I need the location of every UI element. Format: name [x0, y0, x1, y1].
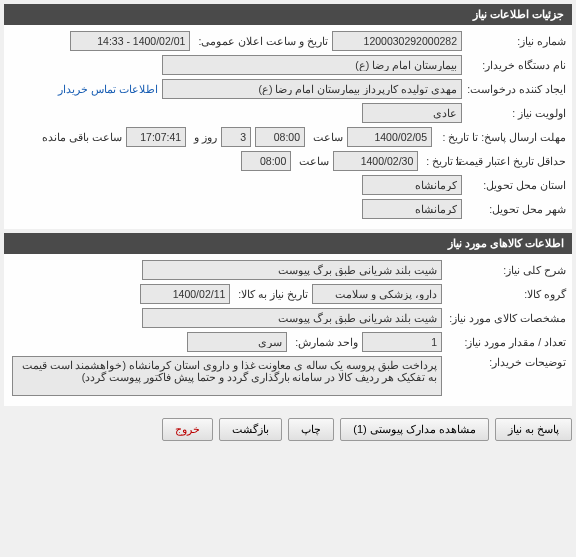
- province-field: [362, 175, 462, 195]
- need-date-field: [140, 284, 230, 304]
- button-row: پاسخ به نیاز مشاهده مدارک پیوستی (1) چاپ…: [0, 410, 576, 449]
- validity-label: حداقل تاریخ اعتبار قیمت:: [466, 155, 566, 167]
- creator-field: [162, 79, 462, 99]
- creator-label: ایجاد کننده درخواست:: [466, 83, 566, 95]
- priority-label: اولویت نیاز :: [466, 107, 566, 119]
- time-label-2: ساعت: [295, 155, 329, 167]
- need-details-panel: جزئیات اطلاعات نیاز شماره نیاز: تاریخ و …: [4, 4, 572, 229]
- print-button[interactable]: چاپ: [288, 418, 334, 441]
- org-name-label: نام دستگاه خریدار:: [466, 59, 566, 71]
- deadline-label: مهلت ارسال پاسخ: تا تاریخ :: [436, 131, 566, 143]
- goods-info-panel: اطلاعات کالاهای مورد نیاز شرح کلی نیاز: …: [4, 233, 572, 406]
- notes-field: [12, 356, 442, 396]
- days-label: روز و: [190, 131, 217, 143]
- attachments-button[interactable]: مشاهده مدارک پیوستی (1): [340, 418, 489, 441]
- validity-time-field: [241, 151, 291, 171]
- remaining-label: ساعت باقی مانده: [38, 131, 122, 143]
- need-date-label: تاریخ نیاز به کالا:: [234, 288, 308, 300]
- spec-field: [142, 308, 442, 328]
- announce-label: تاریخ و ساعت اعلان عمومی:: [194, 35, 328, 47]
- validity-date-field: [333, 151, 418, 171]
- city-field: [362, 199, 462, 219]
- qty-field: [362, 332, 442, 352]
- unit-label: واحد شمارش:: [291, 336, 358, 348]
- days-field: [221, 127, 251, 147]
- city-label: شهر محل تحویل:: [466, 203, 566, 215]
- panel2-title: اطلاعات کالاهای مورد نیاز: [4, 233, 572, 254]
- deadline-date-field: [347, 127, 432, 147]
- group-field: [312, 284, 442, 304]
- desc-field: [142, 260, 442, 280]
- qty-label: تعداد / مقدار مورد نیاز:: [446, 336, 566, 348]
- desc-label: شرح کلی نیاز:: [446, 264, 566, 276]
- back-button[interactable]: بازگشت: [219, 418, 282, 441]
- time-label-1: ساعت: [309, 131, 343, 143]
- notes-label: توضیحات خریدار:: [446, 356, 566, 368]
- exit-button[interactable]: خروج: [162, 418, 213, 441]
- need-number-label: شماره نیاز:: [466, 35, 566, 47]
- respond-button[interactable]: پاسخ به نیاز: [495, 418, 572, 441]
- org-name-field: [162, 55, 462, 75]
- priority-field: [362, 103, 462, 123]
- need-number-field: [332, 31, 462, 51]
- province-label: استان محل تحویل:: [466, 179, 566, 191]
- validity-to-label: تا تاریخ :: [422, 155, 462, 167]
- spec-label: مشخصات کالای مورد نیاز:: [446, 312, 566, 324]
- deadline-time-field: [255, 127, 305, 147]
- group-label: گروه کالا:: [446, 288, 566, 300]
- countdown-field: [126, 127, 186, 147]
- contact-link[interactable]: اطلاعات تماس خریدار: [58, 83, 158, 95]
- announce-field: [70, 31, 190, 51]
- panel1-title: جزئیات اطلاعات نیاز: [4, 4, 572, 25]
- unit-field: [187, 332, 287, 352]
